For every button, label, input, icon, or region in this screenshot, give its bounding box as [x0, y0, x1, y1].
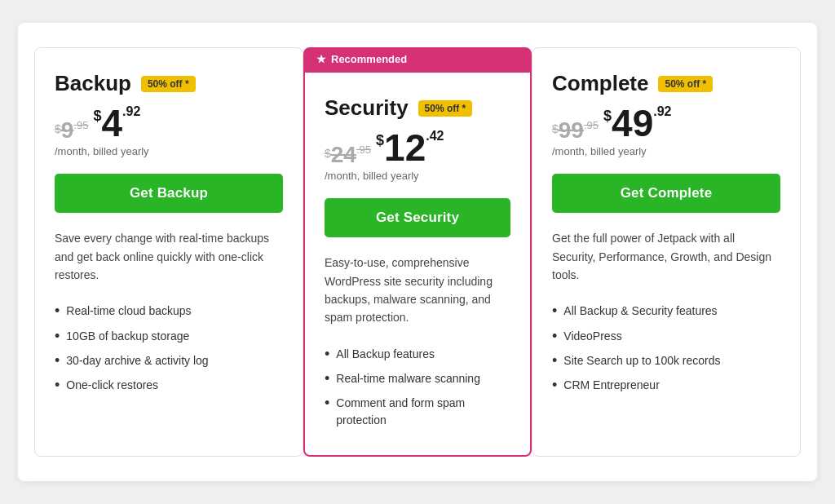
features-list: Real-time cloud backups10GB of backup st… [55, 298, 283, 397]
cta-button-security[interactable]: Get Security [325, 198, 510, 237]
card-complete: Complete50% off *$99.95$49.92/month, bil… [532, 47, 801, 457]
card-title-row: Backup50% off * [55, 71, 283, 96]
recommended-label: Recommended [331, 53, 407, 65]
list-item: Site Search up to 100k records [552, 348, 780, 373]
discount-badge: 50% off * [141, 76, 196, 92]
new-dollar: $ [603, 108, 612, 125]
list-item: Real-time cloud backups [55, 298, 283, 323]
card-title: Backup [55, 71, 131, 96]
discount-badge: 50% off * [418, 100, 473, 117]
price-row: $9.95$4.92 [55, 104, 283, 142]
pricing-wrapper: Backup50% off *$9.95$4.92/month, billed … [18, 23, 817, 481]
list-item: One-click restores [55, 373, 283, 397]
card-description: Easy-to-use, comprehensive WordPress sit… [325, 254, 510, 327]
price-row: $24.95$12.42 [325, 129, 510, 166]
recommended-badge: ★Recommended [303, 47, 532, 71]
old-price: $99.95 [552, 119, 599, 142]
billing-note: /month, billed yearly [325, 170, 510, 182]
card-description: Get the full power of Jetpack with all S… [552, 229, 780, 284]
cta-button-backup[interactable]: Get Backup [55, 174, 283, 213]
card-title-row: Security50% off * [325, 95, 510, 121]
card-description: Save every change with real-time backups… [55, 229, 283, 284]
new-cents: .92 [653, 104, 671, 119]
old-main: 9 [61, 119, 74, 142]
card-title-row: Complete50% off * [552, 71, 780, 96]
new-main: 49 [612, 104, 653, 142]
new-dollar: $ [376, 132, 384, 149]
price-row: $99.95$49.92 [552, 104, 780, 142]
star-icon: ★ [316, 53, 326, 65]
old-dollar: $ [325, 147, 331, 160]
list-item: All Backup & Security features [552, 298, 780, 323]
new-main: 4 [101, 104, 122, 142]
pricing-cards: Backup50% off *$9.95$4.92/month, billed … [34, 47, 801, 457]
cta-button-complete[interactable]: Get Complete [552, 174, 780, 213]
card-backup: Backup50% off *$9.95$4.92/month, billed … [34, 47, 303, 457]
old-price: $9.95 [55, 119, 88, 142]
old-cents: .95 [584, 119, 599, 131]
card-security: Security50% off *$24.95$12.42/month, bil… [303, 71, 532, 457]
new-cents: .92 [122, 104, 140, 119]
new-cents: .42 [426, 129, 444, 144]
old-dollar: $ [55, 122, 61, 135]
discount-badge: 50% off * [658, 76, 713, 92]
list-item: Comment and form spam protection [325, 391, 510, 432]
old-main: 24 [331, 144, 356, 166]
list-item: 30-day archive & activity log [55, 348, 283, 373]
new-main: 12 [384, 129, 426, 166]
billing-note: /month, billed yearly [552, 145, 780, 157]
card-title: Security [325, 95, 409, 121]
new-price: $49.92 [603, 104, 671, 142]
card-outer-security: ★RecommendedSecurity50% off *$24.95$12.4… [303, 47, 532, 457]
new-dollar: $ [93, 108, 101, 125]
list-item: 10GB of backup storage [55, 324, 283, 348]
old-cents: .95 [73, 119, 88, 131]
list-item: VideoPress [552, 324, 780, 348]
old-main: 99 [559, 119, 584, 142]
card-title: Complete [552, 71, 648, 96]
old-cents: .95 [356, 144, 371, 156]
list-item: Real-time malware scanning [325, 366, 510, 391]
list-item: CRM Entrepreneur [552, 373, 780, 397]
list-item: All Backup features [325, 342, 510, 366]
new-price: $12.42 [376, 129, 444, 166]
old-price: $24.95 [325, 144, 371, 166]
new-price: $4.92 [93, 104, 140, 142]
features-list: All Backup & Security featuresVideoPress… [552, 298, 780, 397]
billing-note: /month, billed yearly [55, 145, 283, 157]
old-dollar: $ [552, 122, 559, 135]
features-list: All Backup featuresReal-time malware sca… [325, 342, 510, 432]
